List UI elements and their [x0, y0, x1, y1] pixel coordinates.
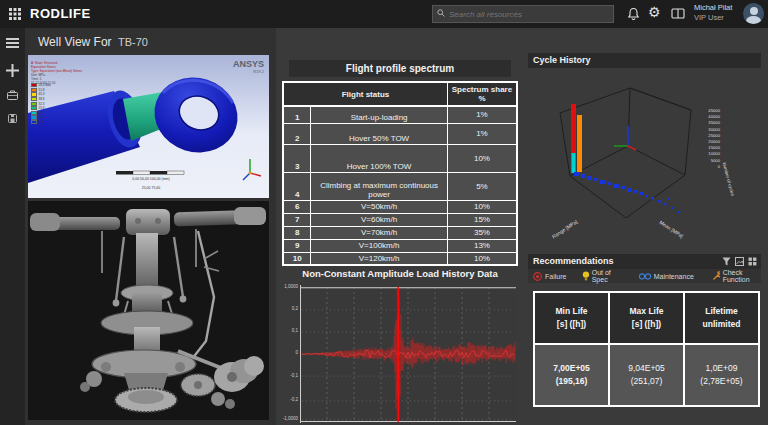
stress-color-legend: 58,3 Max51,845,338,832,325,819,312,86,33	[31, 83, 51, 124]
grid-icon[interactable]	[748, 257, 757, 266]
page-title: Well View For	[38, 35, 112, 49]
lifetime-header: Lifetime unlimited	[684, 292, 759, 344]
life-results-table: Min Life [s] ([h]) Max Life [s] ([h]) Li…	[533, 291, 760, 407]
table-row: 2Hover 50% TOW1%	[283, 123, 517, 144]
rainflow-3d-chart	[528, 68, 761, 252]
scale-bar-labels: 0,00 50,00 100,00 (mm) 25,00 75,00	[111, 177, 191, 190]
cycle-history-title: Cycle History	[528, 53, 761, 68]
table-row: 1Start-up-loading1%	[283, 106, 517, 123]
cycle-history-plot: 45000 40000 35000 30000 25000 20000 1500…	[528, 68, 761, 252]
table-row: 4Climbing at maximum continuous power5%	[283, 172, 517, 200]
min-life-value: 7,00E+05 (195,16)	[534, 344, 609, 406]
failure-icon	[533, 272, 542, 281]
recommendations-legend: Failure Out of Spec Maintenance Check Fu…	[528, 269, 761, 283]
logo: RODLIFE	[30, 6, 91, 21]
notifications-bell-icon[interactable]	[627, 7, 640, 21]
table-row: 9V=100km/h13%	[283, 239, 517, 252]
avatar-person-icon	[750, 7, 758, 15]
table-row: 8V=70km/h35%	[283, 226, 517, 239]
check-function-filter[interactable]: Check Function	[712, 269, 761, 283]
wrench-icon	[712, 271, 720, 281]
out-of-spec-filter[interactable]: Out of Spec	[582, 269, 620, 283]
y-tick: -0,1	[278, 373, 298, 378]
y-tick: 0	[278, 350, 298, 355]
min-life-header: Min Life [s] ([h])	[534, 292, 609, 344]
ansys-logo: ANSYS R19.2	[233, 59, 264, 74]
max-life-header: Max Life [s] ([h])	[609, 292, 684, 344]
save-icon[interactable]	[8, 114, 17, 123]
table-row: 3Hover 100% TOW10%	[283, 144, 517, 172]
maintenance-filter[interactable]: Maintenance	[639, 272, 694, 280]
y-tick: -0,2	[278, 397, 298, 402]
rodlife-dashboard: RODLIFE ⚙ Michał Pilat VIP User	[0, 0, 768, 425]
user-avatar[interactable]	[743, 3, 764, 24]
load-history-title: Non-Constant Amplitude Load History Data	[282, 268, 518, 279]
col-spectrum-share: Spectrum share %	[447, 82, 517, 106]
y-tick: 1,0000	[278, 284, 298, 289]
max-life-value: 9,04E+05 (251,07)	[609, 344, 684, 406]
lifetime-value: 1,0E+09 (2,78E+05)	[684, 344, 759, 406]
lightbulb-icon	[582, 271, 588, 281]
z-axis-ticks: 45000 40000 35000 30000 25000 20000 1500…	[702, 108, 720, 170]
search-icon	[437, 9, 445, 17]
user-info[interactable]: Michał Pilat VIP User	[694, 3, 742, 23]
image-icon[interactable]	[735, 257, 744, 266]
user-role: VIP User	[694, 13, 742, 23]
top-bar: RODLIFE ⚙ Michał Pilat VIP User	[0, 0, 768, 28]
table-row: 7V=60km/h15%	[283, 213, 517, 226]
briefcase-icon[interactable]	[7, 90, 18, 100]
failure-filter[interactable]: Failure	[533, 272, 566, 281]
goggles-icon	[639, 272, 651, 280]
rotor-gearbox-3d-render	[28, 201, 269, 420]
search-input[interactable]	[432, 5, 614, 23]
ansys-stress-view: A: Static Structural Equivalent Stress T…	[28, 55, 269, 198]
user-name: Michał Pilat	[694, 3, 742, 13]
y-tick: 0,1	[278, 328, 298, 333]
docs-book-icon[interactable]	[671, 7, 685, 20]
load-history-chart	[300, 285, 516, 423]
menu-hamburger-icon[interactable]	[6, 38, 19, 49]
scale-bar	[116, 171, 184, 175]
table-row: 10V=120km/h10%	[283, 252, 517, 265]
flight-spectrum-title: Flight profile spectrum	[289, 60, 511, 77]
settings-gear-icon[interactable]: ⚙	[648, 4, 661, 20]
left-sidebar	[0, 28, 25, 425]
rotor-assembly-view	[28, 201, 269, 420]
table-row: 6V=50km/h10%	[283, 200, 517, 213]
page-subtitle: TB-70	[118, 36, 148, 48]
col-flight-status: Flight status	[283, 82, 447, 106]
add-plus-icon[interactable]	[6, 64, 19, 77]
app-grid-icon[interactable]	[9, 8, 21, 20]
flight-spectrum-table: Flight status Spectrum share % 1Start-up…	[282, 81, 518, 266]
filter-icon[interactable]	[722, 257, 731, 266]
recommendations-title: Recommendations	[528, 254, 761, 269]
y-tick: 0,2	[278, 306, 298, 311]
y-tick: -1,0000	[278, 416, 298, 421]
ansys-legend-header: A: Static Structural Equivalent Stress T…	[31, 57, 82, 85]
